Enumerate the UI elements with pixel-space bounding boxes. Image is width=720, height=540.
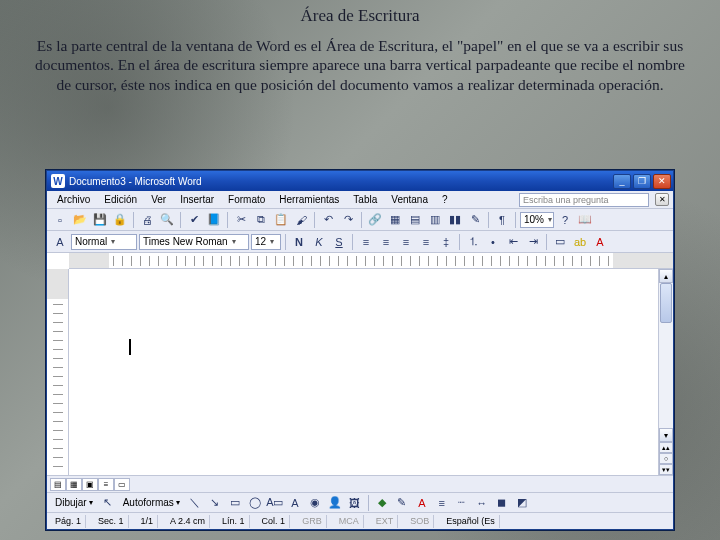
spellcheck-icon[interactable]: ✔ [185, 211, 203, 229]
research-icon[interactable]: 📘 [205, 211, 223, 229]
hyperlink-icon[interactable]: 🔗 [366, 211, 384, 229]
highlight-icon[interactable]: ab [571, 233, 589, 251]
help-search-input[interactable]: Escriba una pregunta [519, 193, 649, 207]
minimize-button[interactable]: _ [613, 174, 631, 189]
tables-borders-icon[interactable]: ▦ [386, 211, 404, 229]
styles-pane-icon[interactable]: A [51, 233, 69, 251]
menu-edicion[interactable]: Edición [98, 193, 143, 206]
print-icon[interactable]: 🖨 [138, 211, 156, 229]
status-page: Pág. 1 [51, 515, 86, 528]
document-close-button[interactable]: ✕ [655, 193, 669, 206]
select-browse-icon[interactable]: ○ [659, 453, 673, 464]
menu-insertar[interactable]: Insertar [174, 193, 220, 206]
reading-view-icon[interactable]: ▭ [114, 478, 130, 491]
picture-icon[interactable]: 🖼 [346, 494, 364, 512]
open-icon[interactable]: 📂 [71, 211, 89, 229]
excel-icon[interactable]: ▥ [426, 211, 444, 229]
doc-map-icon[interactable]: ¶ [493, 211, 511, 229]
line-color-icon[interactable]: ✎ [393, 494, 411, 512]
status-section: Sec. 1 [94, 515, 129, 528]
clipart-icon[interactable]: 👤 [326, 494, 344, 512]
outdent-icon[interactable]: ⇤ [504, 233, 522, 251]
menu-ver[interactable]: Ver [145, 193, 172, 206]
justify-icon[interactable]: ≡ [417, 233, 435, 251]
cut-icon[interactable]: ✂ [232, 211, 250, 229]
menu-tabla[interactable]: Tabla [347, 193, 383, 206]
arrow-style-icon[interactable]: ↔ [473, 494, 491, 512]
bold-icon[interactable]: N [290, 233, 308, 251]
borders-icon[interactable]: ▭ [551, 233, 569, 251]
drawing-icon[interactable]: ✎ [466, 211, 484, 229]
status-mca: MCA [335, 515, 364, 528]
oval-icon[interactable]: ◯ [246, 494, 264, 512]
web-view-icon[interactable]: ▦ [66, 478, 82, 491]
autoshapes-menu[interactable]: Autoformas ▾ [119, 497, 184, 508]
menu-archivo[interactable]: Archivo [51, 193, 96, 206]
paste-icon[interactable]: 📋 [272, 211, 290, 229]
maximize-button[interactable]: ❐ [633, 174, 651, 189]
status-ext: EXT [372, 515, 399, 528]
numbering-icon[interactable]: ⒈ [464, 233, 482, 251]
new-doc-icon[interactable]: ▫ [51, 211, 69, 229]
font-size-selector[interactable]: 12▾ [251, 234, 281, 250]
align-center-icon[interactable]: ≡ [377, 233, 395, 251]
fill-color-icon[interactable]: ◆ [373, 494, 391, 512]
line-spacing-icon[interactable]: ‡ [437, 233, 455, 251]
help-icon[interactable]: ? [556, 211, 574, 229]
print-layout-view-icon[interactable]: ▣ [82, 478, 98, 491]
vertical-scrollbar[interactable]: ▴ ▾ ▴▴ ○ ▾▾ [658, 269, 673, 475]
font-color-icon[interactable]: A [591, 233, 609, 251]
read-mode-icon[interactable]: 📖 [576, 211, 594, 229]
redo-icon[interactable]: ↷ [339, 211, 357, 229]
writing-area[interactable] [69, 269, 658, 475]
textbox-icon[interactable]: A▭ [266, 494, 284, 512]
menu-ventana[interactable]: Ventana [385, 193, 434, 206]
scroll-up-icon[interactable]: ▴ [659, 269, 673, 283]
save-icon[interactable]: 💾 [91, 211, 109, 229]
three-d-icon[interactable]: ◩ [513, 494, 531, 512]
shadow-icon[interactable]: ◼ [493, 494, 511, 512]
scroll-track[interactable] [659, 283, 673, 428]
underline-icon[interactable]: S [330, 233, 348, 251]
outline-view-icon[interactable]: ≡ [98, 478, 114, 491]
font-selector[interactable]: Times New Roman▾ [139, 234, 249, 250]
menu-formato[interactable]: Formato [222, 193, 271, 206]
vertical-ruler[interactable] [47, 269, 69, 475]
line-style-icon[interactable]: ≡ [433, 494, 451, 512]
print-preview-icon[interactable]: 🔍 [158, 211, 176, 229]
menu-herramientas[interactable]: Herramientas [273, 193, 345, 206]
dash-style-icon[interactable]: ┈ [453, 494, 471, 512]
line-icon[interactable]: ＼ [186, 494, 204, 512]
horizontal-ruler[interactable] [69, 253, 673, 269]
style-selector[interactable]: Normal▾ [71, 234, 137, 250]
font-color-draw-icon[interactable]: A [413, 494, 431, 512]
columns-icon[interactable]: ▮▮ [446, 211, 464, 229]
bullets-icon[interactable]: • [484, 233, 502, 251]
zoom-field[interactable]: 10%▾ [520, 212, 554, 228]
permission-icon[interactable]: 🔒 [111, 211, 129, 229]
wordart-icon[interactable]: A [286, 494, 304, 512]
next-page-icon[interactable]: ▾▾ [659, 464, 673, 475]
rectangle-icon[interactable]: ▭ [226, 494, 244, 512]
menu-help[interactable]: ? [436, 193, 454, 206]
word-app-icon: W [51, 174, 65, 188]
insert-table-icon[interactable]: ▤ [406, 211, 424, 229]
menubar: Archivo Edición Ver Insertar Formato Her… [47, 191, 673, 209]
normal-view-icon[interactable]: ▤ [50, 478, 66, 491]
align-right-icon[interactable]: ≡ [397, 233, 415, 251]
undo-icon[interactable]: ↶ [319, 211, 337, 229]
scroll-down-icon[interactable]: ▾ [659, 428, 673, 442]
copy-icon[interactable]: ⧉ [252, 211, 270, 229]
arrow-icon[interactable]: ↘ [206, 494, 224, 512]
diagram-icon[interactable]: ◉ [306, 494, 324, 512]
close-button[interactable]: ✕ [653, 174, 671, 189]
prev-page-icon[interactable]: ▴▴ [659, 442, 673, 453]
format-painter-icon[interactable]: 🖌 [292, 211, 310, 229]
status-grb: GRB [298, 515, 327, 528]
align-left-icon[interactable]: ≡ [357, 233, 375, 251]
indent-icon[interactable]: ⇥ [524, 233, 542, 251]
draw-menu[interactable]: Dibujar ▾ [51, 497, 97, 508]
select-objects-icon[interactable]: ↖ [99, 494, 117, 512]
italic-icon[interactable]: K [310, 233, 328, 251]
scroll-thumb[interactable] [660, 283, 672, 323]
